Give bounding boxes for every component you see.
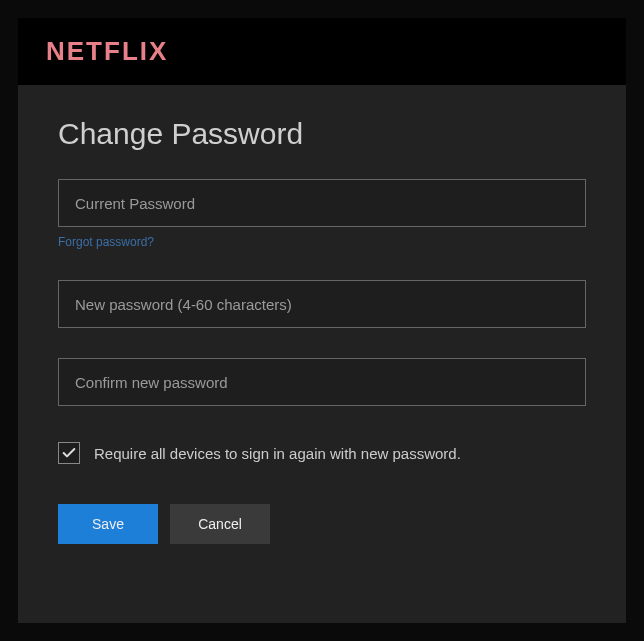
header: NETFLIX (18, 18, 626, 85)
confirm-password-group (58, 358, 586, 406)
current-password-input[interactable] (58, 179, 586, 227)
confirm-password-input[interactable] (58, 358, 586, 406)
new-password-group (58, 280, 586, 328)
require-signin-label: Require all devices to sign in again wit… (94, 445, 461, 462)
require-signin-checkbox[interactable] (58, 442, 80, 464)
save-button[interactable]: Save (58, 504, 158, 544)
new-password-input[interactable] (58, 280, 586, 328)
require-signin-row: Require all devices to sign in again wit… (58, 442, 586, 464)
cancel-button[interactable]: Cancel (170, 504, 270, 544)
page-container: NETFLIX Change Password Forgot password?… (18, 18, 626, 623)
netflix-logo: NETFLIX (46, 36, 598, 67)
page-title: Change Password (58, 117, 586, 151)
content: Change Password Forgot password? Require… (18, 85, 626, 623)
button-row: Save Cancel (58, 504, 586, 544)
forgot-password-link[interactable]: Forgot password? (58, 235, 154, 249)
current-password-group: Forgot password? (58, 179, 586, 250)
check-icon (61, 445, 77, 461)
